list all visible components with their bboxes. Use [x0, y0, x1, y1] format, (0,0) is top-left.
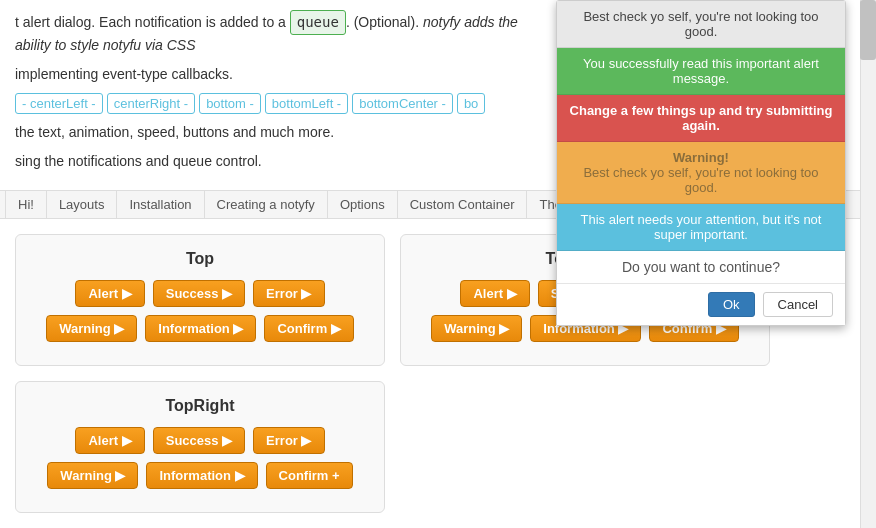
topright-confirm-button[interactable]: Confirm +	[266, 462, 353, 489]
top-information-button[interactable]: Information ▶	[145, 315, 256, 342]
tab-creating[interactable]: Creating a notyfy	[205, 191, 328, 218]
topright-success-button[interactable]: Success ▶	[153, 427, 245, 454]
desc-2: sing the notifications and queue control…	[15, 151, 545, 172]
main-content: t alert dialog. Each notification is add…	[0, 0, 560, 190]
tab-hi[interactable]: Hi!	[5, 191, 47, 218]
notif-yellow-title: Warning!	[673, 150, 729, 165]
link-centerRight[interactable]: centerRight -	[107, 93, 195, 114]
panel-topright-title: TopRight	[31, 397, 369, 415]
scrollbar-thumb[interactable]	[860, 0, 876, 60]
notif-green[interactable]: You successfully read this important ale…	[557, 48, 845, 95]
topcenter-warning-button[interactable]: Warning ▶	[431, 315, 522, 342]
top-confirm-button[interactable]: Confirm ▶	[264, 315, 353, 342]
intro-paragraph: t alert dialog. Each notification is add…	[15, 10, 545, 56]
panel-top: Top Alert ▶ Success ▶ Error ▶ Warning ▶ …	[15, 234, 385, 366]
top-error-button[interactable]: Error ▶	[253, 280, 324, 307]
top-success-button[interactable]: Success ▶	[153, 280, 245, 307]
panel-topright-row1: Alert ▶ Success ▶ Error ▶	[31, 427, 369, 454]
link-bottom[interactable]: bottom -	[199, 93, 261, 114]
link-bo[interactable]: bo	[457, 93, 485, 114]
topright-alert-button[interactable]: Alert ▶	[75, 427, 144, 454]
callbacks-text: implementing event-type callbacks.	[15, 64, 545, 85]
tab-installation[interactable]: Installation	[117, 191, 204, 218]
topright-error-button[interactable]: Error ▶	[253, 427, 324, 454]
notif-gray[interactable]: Best check yo self, you're not looking t…	[557, 1, 845, 48]
link-centerLeft[interactable]: - centerLeft -	[15, 93, 103, 114]
panel-top-title: Top	[31, 250, 369, 268]
notification-overlay: Best check yo self, you're not looking t…	[556, 0, 846, 326]
panel-top-row1: Alert ▶ Success ▶ Error ▶	[31, 280, 369, 307]
notif-footer: Ok Cancel	[557, 284, 845, 325]
notif-blue[interactable]: This alert needs your attention, but it'…	[557, 204, 845, 251]
tab-options[interactable]: Options	[328, 191, 398, 218]
topright-warning-button[interactable]: Warning ▶	[47, 462, 138, 489]
tab-custom-container[interactable]: Custom Container	[398, 191, 528, 218]
layout-links: - centerLeft - centerRight - bottom - bo…	[15, 93, 545, 114]
notif-red[interactable]: Change a few things up and try submittin…	[557, 95, 845, 142]
tab-layouts[interactable]: Layouts	[47, 191, 118, 218]
top-alert-button[interactable]: Alert ▶	[75, 280, 144, 307]
topright-information-button[interactable]: Information ▶	[146, 462, 257, 489]
desc-1: the text, animation, speed, buttons and …	[15, 122, 545, 143]
scrollbar-track	[860, 0, 876, 528]
panel-topright: TopRight Alert ▶ Success ▶ Error ▶ Warni…	[15, 381, 385, 513]
link-bottomLeft[interactable]: bottomLeft -	[265, 93, 348, 114]
notif-yellow[interactable]: Warning! Best check yo self, you're not …	[557, 142, 845, 204]
panel-top-row2: Warning ▶ Information ▶ Confirm ▶	[31, 315, 369, 342]
link-bottomCenter[interactable]: bottomCenter -	[352, 93, 453, 114]
queue-badge[interactable]: queue	[290, 10, 346, 35]
notif-ok-button[interactable]: Ok	[708, 292, 755, 317]
notif-yellow-body: Best check yo self, you're not looking t…	[583, 165, 818, 195]
top-warning-button[interactable]: Warning ▶	[46, 315, 137, 342]
notif-cancel-button[interactable]: Cancel	[763, 292, 833, 317]
notif-confirm-text: Do you want to continue?	[557, 251, 845, 284]
topcenter-alert-button[interactable]: Alert ▶	[460, 280, 529, 307]
panel-topright-row2: Warning ▶ Information ▶ Confirm +	[31, 462, 369, 489]
